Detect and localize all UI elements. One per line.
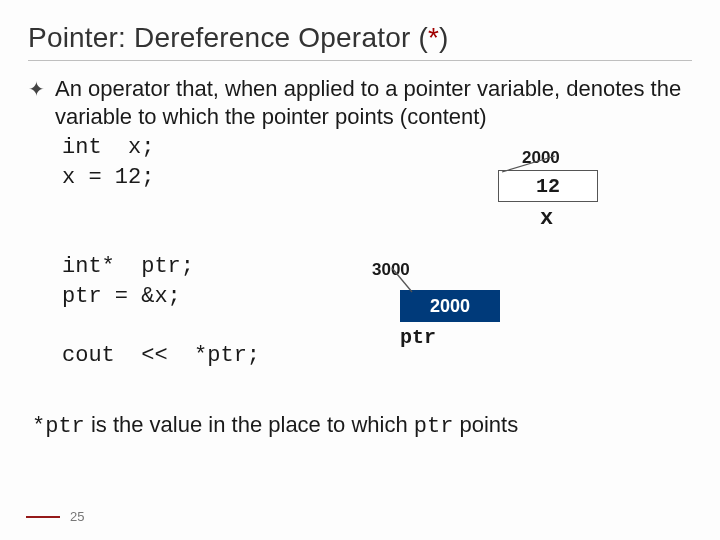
address-x: 2000: [522, 148, 560, 168]
footnote-ptr: ptr: [414, 414, 454, 439]
title-post: ): [439, 22, 449, 53]
code-block-1: int x; x = 12; int* ptr; ptr = &x; cout …: [62, 133, 692, 371]
code-line-1: int x;: [62, 135, 154, 160]
footnote-end: points: [453, 412, 518, 437]
slide-title: Pointer: Dereference Operator (*): [28, 22, 449, 53]
memory-box-ptr: 2000: [400, 290, 500, 322]
page-number: 25: [70, 509, 84, 524]
title-pre: Pointer: Dereference Operator (: [28, 22, 428, 53]
footer-bar-icon: [26, 516, 60, 518]
footnote-ptr-deref: *ptr: [32, 414, 85, 439]
code-line-5: cout << *ptr;: [62, 343, 260, 368]
bullet-icon: ✦: [28, 77, 45, 103]
address-ptr: 3000: [372, 260, 410, 280]
footnote: *ptr is the value in the place to which …: [32, 412, 518, 439]
value-x: 12: [499, 175, 597, 198]
code-line-3: int* ptr;: [62, 254, 194, 279]
label-x: x: [540, 206, 553, 231]
code-line-4: ptr = &x;: [62, 284, 181, 309]
label-ptr: ptr: [400, 326, 436, 349]
code-line-2: x = 12;: [62, 165, 154, 190]
slide-footer: 25: [26, 509, 84, 524]
title-asterisk: *: [428, 22, 439, 53]
value-ptr: 2000: [430, 296, 470, 316]
slide-root: Pointer: Dereference Operator (*) ✦ An o…: [0, 0, 720, 540]
memory-box-x: 12: [498, 170, 598, 202]
footnote-mid: is the value in the place to which: [85, 412, 414, 437]
bullet-text: An operator that, when applied to a poin…: [55, 75, 692, 131]
bullet-block: ✦ An operator that, when applied to a po…: [28, 75, 692, 131]
title-row: Pointer: Dereference Operator (*): [28, 22, 692, 61]
